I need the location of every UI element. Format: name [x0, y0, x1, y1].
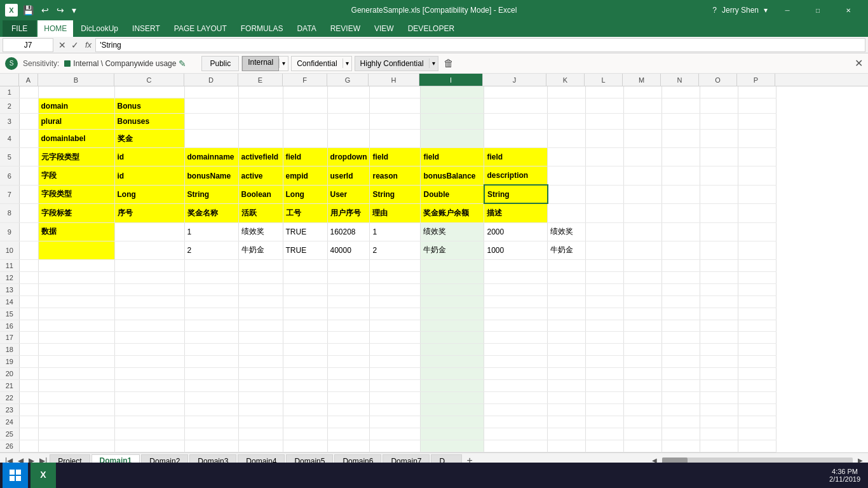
cell-N8[interactable] — [662, 203, 700, 222]
cell-P13[interactable] — [738, 283, 776, 295]
cell-P21[interactable] — [738, 380, 776, 392]
cell-H25[interactable] — [370, 428, 421, 440]
cell-H26[interactable] — [370, 440, 421, 452]
row-number-25[interactable]: 25 — [0, 428, 19, 440]
cell-E6[interactable]: active — [238, 166, 283, 185]
cell-I8[interactable]: 奖金账户余额 — [421, 203, 484, 222]
cell-D12[interactable] — [184, 271, 238, 283]
cell-A6[interactable] — [19, 166, 38, 185]
tab-home[interactable]: HOME — [37, 20, 73, 37]
cell-A4[interactable] — [19, 130, 38, 148]
cell-G10[interactable]: 40000 — [327, 241, 370, 259]
cell-G11[interactable] — [327, 259, 370, 271]
cell-J10[interactable]: 1000 — [484, 241, 548, 259]
cell-E20[interactable] — [238, 368, 283, 380]
cell-A10[interactable] — [19, 241, 38, 259]
minimize-button[interactable]: ─ — [773, 0, 802, 20]
cell-L5[interactable] — [586, 148, 624, 166]
cell-I1[interactable] — [421, 86, 484, 98]
cell-P8[interactable] — [738, 203, 776, 222]
col-header-B[interactable]: B — [38, 74, 114, 86]
cell-C18[interactable] — [114, 344, 184, 356]
cell-J13[interactable] — [484, 283, 548, 295]
cell-L13[interactable] — [586, 283, 624, 295]
row-number-14[interactable]: 14 — [0, 295, 19, 308]
cell-H18[interactable] — [370, 344, 421, 356]
close-button[interactable]: ✕ — [834, 0, 863, 20]
cell-K21[interactable] — [548, 380, 586, 392]
tab-view[interactable]: VIEW — [368, 20, 400, 37]
cell-O3[interactable] — [700, 114, 738, 130]
cell-B26[interactable] — [38, 440, 114, 452]
cell-P26[interactable] — [738, 440, 776, 452]
col-header-G[interactable]: G — [327, 74, 369, 86]
cell-E9[interactable]: 绩效奖 — [238, 222, 283, 241]
cell-H12[interactable] — [370, 271, 421, 283]
cell-K16[interactable] — [548, 320, 586, 332]
row-number-18[interactable]: 18 — [0, 344, 19, 356]
cell-M14[interactable] — [624, 295, 662, 308]
cell-O14[interactable] — [700, 295, 738, 308]
sensitivity-bar-close-icon[interactable]: ✕ — [855, 57, 863, 69]
sensitivity-highly-confidential-arrow[interactable]: ▾ — [429, 58, 438, 68]
cell-I17[interactable] — [421, 332, 484, 344]
cell-B4[interactable]: domainlabel — [38, 130, 114, 148]
cell-K2[interactable] — [548, 98, 586, 114]
sensitivity-confidential-arrow[interactable]: ▾ — [342, 58, 351, 68]
cell-G20[interactable] — [327, 368, 370, 380]
cell-P5[interactable] — [738, 148, 776, 166]
cell-L21[interactable] — [586, 380, 624, 392]
cell-K4[interactable] — [548, 130, 586, 148]
formula-input[interactable] — [95, 38, 865, 52]
cell-B7[interactable]: 字段类型 — [38, 185, 114, 203]
cell-H8[interactable]: 理由 — [370, 203, 421, 222]
row-number-22[interactable]: 22 — [0, 392, 19, 404]
cell-K18[interactable] — [548, 344, 586, 356]
formula-fx-icon[interactable]: fx — [81, 40, 95, 50]
cell-C16[interactable] — [114, 320, 184, 332]
cell-O17[interactable] — [700, 332, 738, 344]
cell-I16[interactable] — [421, 320, 484, 332]
cell-A15[interactable] — [19, 308, 38, 320]
cell-D22[interactable] — [184, 392, 238, 404]
cell-E8[interactable]: 活跃 — [238, 203, 283, 222]
cell-E12[interactable] — [238, 271, 283, 283]
cell-G5[interactable]: dropdown — [327, 148, 370, 166]
row-number-23[interactable]: 23 — [0, 404, 19, 416]
cell-P3[interactable] — [738, 114, 776, 130]
save-icon[interactable]: 💾 — [20, 4, 36, 17]
cell-D18[interactable] — [184, 344, 238, 356]
cell-I19[interactable] — [421, 356, 484, 368]
cell-D13[interactable] — [184, 283, 238, 295]
cell-O7[interactable] — [700, 185, 738, 203]
tab-diclookup[interactable]: DicLookUp — [74, 20, 125, 37]
cell-K7[interactable] — [548, 185, 586, 203]
cell-N6[interactable] — [662, 166, 700, 185]
row-number-15[interactable]: 15 — [0, 308, 19, 320]
cell-I24[interactable] — [421, 416, 484, 428]
cell-L4[interactable] — [586, 130, 624, 148]
cell-H10[interactable]: 2 — [370, 241, 421, 259]
cell-E22[interactable] — [238, 392, 283, 404]
cell-L18[interactable] — [586, 344, 624, 356]
grid-container[interactable]: 12domainBonus3pluralBonuses4domainlabel奖… — [0, 86, 868, 452]
cell-G4[interactable] — [327, 130, 370, 148]
help-icon[interactable]: ? — [712, 6, 717, 15]
cell-L12[interactable] — [586, 271, 624, 283]
cell-J4[interactable] — [484, 130, 548, 148]
cell-M24[interactable] — [624, 416, 662, 428]
cell-P6[interactable] — [738, 166, 776, 185]
customize-icon[interactable]: ▾ — [69, 4, 79, 17]
cell-G19[interactable] — [327, 356, 370, 368]
cell-D20[interactable] — [184, 368, 238, 380]
cell-L17[interactable] — [586, 332, 624, 344]
cell-B25[interactable] — [38, 428, 114, 440]
cell-J15[interactable] — [484, 308, 548, 320]
cell-G1[interactable] — [327, 86, 370, 98]
cell-J20[interactable] — [484, 368, 548, 380]
cell-E18[interactable] — [238, 344, 283, 356]
cell-H9[interactable]: 1 — [370, 222, 421, 241]
cell-H22[interactable] — [370, 392, 421, 404]
cell-E11[interactable] — [238, 259, 283, 271]
cell-H11[interactable] — [370, 259, 421, 271]
